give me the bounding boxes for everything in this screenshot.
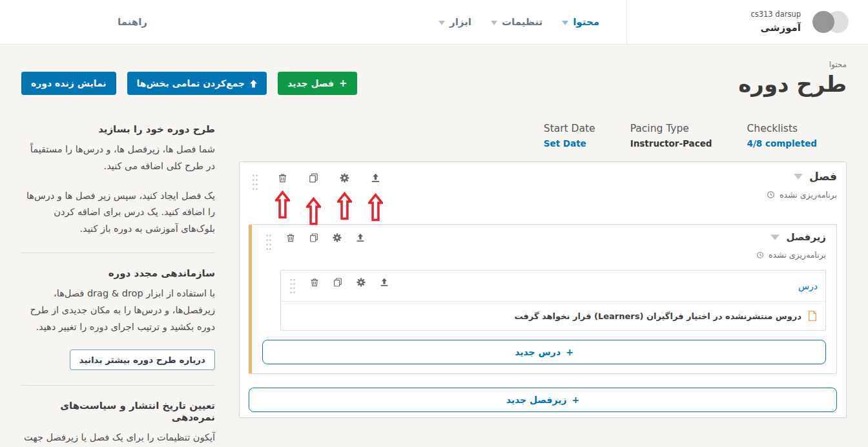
pacing-type-value: Instructor-Paced — [630, 138, 712, 149]
view-live-button[interactable]: نمایش زنده دوره — [21, 72, 116, 95]
new-unit-button[interactable]: + درس جدید — [262, 340, 826, 364]
arrow-up-icon — [250, 79, 257, 88]
duplicate-section-button[interactable] — [308, 172, 319, 183]
nav-item-settings[interactable]: تنظیمات — [491, 16, 542, 28]
learn-more-button[interactable]: درباره طرح دوره بیشتر بدانید — [70, 349, 215, 370]
sidebar-paragraph: با استفاده از ابزار drag & drop فصل‌ها، … — [21, 286, 215, 335]
copy-icon — [308, 172, 319, 183]
configure-section-button[interactable] — [339, 172, 350, 183]
stat-label: Pacing Type — [630, 123, 712, 134]
subsection-card: زیرفصل برنامه‌ریزی نشده — [249, 224, 837, 374]
subsection-title-line: زیرفصل — [756, 231, 826, 243]
unit-header: درس — [281, 271, 825, 302]
section-title-box: فصل برنامه‌ریزی نشده — [767, 170, 837, 200]
drag-handle-icon[interactable] — [289, 278, 296, 295]
annotation-arrow-icon — [368, 192, 383, 222]
sidebar-divider — [21, 253, 215, 253]
set-date-link[interactable]: Set Date — [544, 138, 595, 149]
sidebar-paragraph: آیکون تنظیمات را برای یک فصل یا زیرفصل ج… — [21, 430, 215, 447]
stat-label: Start Date — [544, 123, 595, 134]
subsection-status: برنامه‌ریزی نشده — [769, 250, 826, 260]
page-title: طرح دوره — [738, 72, 847, 97]
section-title-line: فصل — [767, 170, 837, 183]
stat-start-date: Start Date Set Date — [544, 123, 595, 149]
chevron-down-icon — [439, 21, 445, 25]
nav-item-content[interactable]: محتوا — [562, 16, 599, 28]
trash-icon — [285, 233, 296, 243]
view-live-label: نمایش زنده دوره — [31, 78, 107, 88]
sidebar-heading: تعیین تاریخ انتشار و سیاست‌های نمره‌دهی — [21, 400, 215, 423]
collapse-section-icon[interactable] — [794, 174, 803, 180]
delete-section-button[interactable] — [277, 172, 288, 183]
sidebar-heading: طرح دوره خود را بسازید — [21, 123, 215, 135]
publish-section-button[interactable] — [370, 172, 381, 183]
studio-brand[interactable]: cs313 darsup آموزشی — [626, 0, 868, 44]
course-info: cs313 darsup آموزشی — [750, 10, 801, 34]
publish-subsection-button[interactable] — [355, 233, 366, 243]
subsection-header: زیرفصل برنامه‌ریزی نشده — [262, 231, 826, 260]
gear-icon — [356, 277, 366, 287]
new-unit-label: درس جدید — [515, 347, 561, 357]
sidebar-heading: سازماندهی مجدد دوره — [21, 267, 215, 279]
sidebar-section-build: طرح دوره خود را بسازید شما فصل ها، زیرفص… — [21, 123, 215, 238]
nav-item-tools[interactable]: ابزار — [439, 16, 471, 28]
main-row: Start Date Set Date Pacing Type Instruct… — [21, 123, 847, 447]
delete-subsection-button[interactable] — [285, 233, 296, 243]
subsection-title: زیرفصل — [786, 231, 826, 243]
stat-pacing-type: Pacing Type Instructor-Paced — [630, 123, 712, 149]
title-block: محتوا طرح دوره — [738, 60, 847, 97]
unit-publish-note: دروس منتشرنشده در اختیار فراگیران (Learn… — [281, 302, 825, 330]
page-content: محتوا طرح دوره + فصل جدید جمع‌کردن تمامی… — [0, 45, 868, 447]
new-section-label: فصل جدید — [287, 78, 334, 88]
gear-icon — [339, 172, 350, 183]
collapse-all-button[interactable]: جمع‌کردن تمامی بخش‌ها — [127, 72, 267, 95]
studio-logo-icon[interactable] — [811, 10, 849, 34]
new-subsection-button[interactable]: + زیرفصل جدید — [249, 388, 837, 412]
course-status-bar: Start Date Set Date Pacing Type Instruct… — [239, 123, 847, 149]
section-header: فصل برنامه‌ریزی نشده — [249, 170, 837, 218]
collapse-all-label: جمع‌کردن تمامی بخش‌ها — [137, 78, 245, 88]
new-section-button[interactable]: + فصل جدید — [278, 72, 356, 95]
section-status-line: برنامه‌ریزی نشده — [767, 190, 837, 200]
gear-icon — [332, 233, 342, 243]
drag-handle-icon[interactable] — [251, 173, 259, 191]
copy-icon — [309, 233, 319, 243]
clock-icon — [756, 251, 764, 259]
new-subsection-label: زیرفصل جدید — [506, 395, 567, 405]
nav-item-tools-label: ابزار — [450, 16, 471, 28]
duplicate-action-stack — [305, 172, 321, 218]
publish-unit-button[interactable] — [379, 277, 389, 287]
sidebar-divider — [21, 385, 215, 386]
unit-title-link[interactable]: درس — [798, 281, 818, 291]
section-title: فصل — [809, 170, 837, 183]
collapse-subsection-icon[interactable] — [770, 234, 780, 240]
unit-actions — [289, 277, 389, 295]
nav-item-settings-label: تنظیمات — [502, 16, 542, 28]
configure-subsection-button[interactable] — [332, 233, 342, 243]
annotation-arrow-icon — [275, 190, 290, 220]
checklists-link[interactable]: 4/8 completed — [747, 138, 817, 149]
studio-course-outline-page: { "header": { "course_number": "cs313 da… — [0, 0, 868, 447]
page-title-row: محتوا طرح دوره + فصل جدید جمع‌کردن تمامی… — [21, 60, 847, 97]
subsection-actions — [262, 231, 366, 251]
trash-icon — [277, 172, 288, 183]
configure-unit-button[interactable] — [356, 277, 366, 287]
configure-action-stack — [336, 172, 352, 218]
sidebar-section-reorganize: سازماندهی مجدد دوره با استفاده از ابزار … — [21, 267, 215, 370]
copy-icon — [333, 277, 343, 287]
subsection-title-box: زیرفصل برنامه‌ریزی نشده — [756, 231, 826, 260]
duplicate-subsection-button[interactable] — [309, 233, 319, 243]
delete-unit-button[interactable] — [309, 277, 320, 287]
publish-action-stack — [367, 172, 383, 218]
drag-handle-icon[interactable] — [265, 233, 273, 251]
nav-item-content-label: محتوا — [573, 16, 599, 28]
upload-icon — [379, 277, 389, 287]
file-icon — [807, 310, 818, 322]
subsection-status-line: برنامه‌ریزی نشده — [756, 250, 826, 260]
unit-note-text: دروس منتشرنشده در اختیار فراگیران (Learn… — [515, 311, 801, 321]
annotation-arrow-icon — [337, 191, 352, 221]
outline-column: Start Date Set Date Pacing Type Instruct… — [239, 123, 847, 418]
top-header: cs313 darsup آموزشی محتوا تنظیمات ابزار … — [0, 0, 868, 45]
duplicate-unit-button[interactable] — [333, 277, 343, 287]
help-link[interactable]: راهنما — [118, 16, 147, 28]
